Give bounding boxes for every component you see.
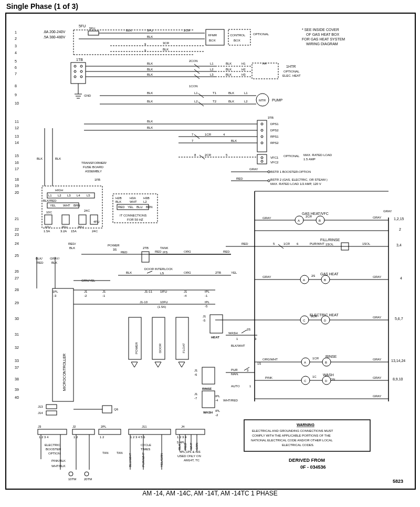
svg-text:TANK: TANK	[160, 246, 169, 250]
svg-text:MAX. RATED LOAD 1/2 AMP, 120 V: MAX. RATED LOAD 1/2 AMP, 120 V	[270, 182, 321, 185]
svg-rect-191	[79, 215, 86, 224]
svg-text:GRAY: GRAY	[249, 168, 258, 171]
svg-point-131	[261, 129, 263, 131]
svg-rect-70	[71, 63, 86, 84]
svg-text:J13: J13	[38, 405, 43, 408]
svg-text:WHT: WHT	[130, 200, 137, 203]
svg-text:L2: L2	[58, 194, 61, 197]
svg-text:A: A	[298, 219, 300, 222]
svg-point-157	[261, 160, 263, 162]
svg-text:BLK: BLK	[147, 120, 153, 123]
svg-text:12: 12	[15, 126, 19, 130]
svg-text:PINK: PINK	[265, 376, 272, 379]
svg-text:ORG: ORG	[184, 271, 191, 274]
svg-text:T2: T2	[213, 100, 217, 103]
svg-text:1CR: 1CR	[284, 242, 290, 245]
svg-text:14: 14	[15, 141, 19, 144]
svg-text:BLK: BLK	[147, 68, 153, 71]
svg-text:ORG: ORG	[184, 250, 191, 253]
svg-text:WASH: WASH	[228, 332, 238, 335]
fuse-spec: 5FU	[79, 24, 86, 28]
svg-text:L5: L5	[87, 194, 90, 197]
svg-text:MICROCONTROLLER: MICROCONTROLLER	[62, 354, 66, 391]
svg-text:1: 1	[236, 337, 238, 340]
control-box	[228, 29, 250, 45]
svg-text:J3: J3	[38, 425, 41, 428]
svg-text:WARNING: WARNING	[297, 423, 314, 427]
svg-text:J1: J1	[184, 290, 187, 293]
svg-text:J1: J1	[194, 369, 198, 372]
svg-text:3FU: 3FU	[78, 225, 83, 229]
svg-text:L1: L1	[48, 194, 52, 197]
svg-text:2S: 2S	[247, 328, 250, 331]
svg-text:RPS2: RPS2	[270, 141, 279, 144]
svg-text:BRN: BRN	[74, 204, 80, 207]
svg-text:RED: RED	[223, 250, 230, 253]
upper-fuse-section: 5FU 5FUBLK BLK 3CR9 BLK9 2CR	[74, 27, 205, 55]
svg-text:1CR: 1CR	[205, 133, 212, 136]
svg-text:B: B	[324, 278, 326, 282]
svg-text:BLK: BLK	[69, 246, 75, 250]
svg-text:2TB: 2TB	[215, 271, 221, 274]
svg-text:BOOSTER: BOOSTER	[46, 448, 61, 451]
svg-text:DOOR: DOOR	[159, 343, 162, 353]
svg-text:LS: LS	[160, 272, 164, 275]
svg-text:WHT/BLK: WHT/BLK	[51, 464, 66, 468]
svg-text:GAS HEAT: GAS HEAT	[320, 272, 339, 276]
xfmr-box	[206, 29, 224, 45]
svg-text:L1: L1	[194, 91, 198, 95]
svg-point-218	[268, 180, 270, 182]
svg-text:IPL: IPL	[215, 395, 220, 398]
svg-text:HIGH: HIGH	[55, 189, 63, 192]
svg-text:BSTR 2 (GAS, ELECTRIC, OR STEA: BSTR 2 (GAS, ELECTRIC, OR STEAM )	[270, 178, 328, 181]
svg-text:BLK: BLK	[37, 157, 43, 160]
svg-text:5: 5	[273, 242, 275, 245]
svg-text:1S: 1S	[257, 362, 261, 365]
svg-text:USED ONLY ON: USED ONLY ON	[177, 454, 201, 458]
svg-text:RED: RED	[121, 251, 128, 254]
svg-text:J1-10: J1-10	[140, 301, 148, 304]
svg-text:RED: RED	[118, 205, 125, 209]
svg-text:YEL: YEL	[50, 204, 56, 207]
svg-rect-378	[72, 429, 94, 434]
svg-text:-3: -3	[54, 294, 57, 297]
svg-text:5FU: 5FU	[89, 27, 95, 30]
svg-text:3: 3	[15, 44, 17, 48]
svg-text:MAN.: MAN.	[231, 373, 239, 376]
svg-text:2FU: 2FU	[61, 225, 67, 229]
svg-rect-380	[99, 429, 121, 434]
svg-text:FOR GAS HEAT SYSTEM: FOR GAS HEAT SYSTEM	[302, 37, 345, 41]
svg-text:2: 2	[15, 37, 17, 40]
svg-text:AM14T, TC: AM14T, TC	[184, 459, 200, 462]
svg-text:2S: 2S	[311, 274, 315, 277]
svg-rect-188	[62, 215, 69, 224]
drawing-number: 5823	[393, 479, 403, 484]
svg-text:23: 23	[15, 233, 19, 236]
svg-text:H3A: H3A	[130, 196, 136, 200]
svg-text:3.2A: 3.2A	[60, 230, 67, 233]
svg-text:RED: RED	[37, 261, 44, 264]
svg-text:-4: -4	[184, 294, 187, 297]
svg-text:1: 1	[249, 385, 251, 388]
svg-rect-327	[202, 391, 215, 408]
svg-text:2CR: 2CR	[184, 29, 191, 32]
svg-text:GRAY: GRAY	[373, 275, 382, 278]
svg-text:BLK/WHT: BLK/WHT	[231, 344, 245, 347]
svg-text:3S: 3S	[113, 248, 117, 251]
svg-text:AUTO: AUTO	[231, 385, 240, 388]
row-ref: 1,2,15	[394, 217, 404, 221]
svg-text:0F - 034536: 0F - 034536	[300, 464, 326, 470]
svg-text:L2: L2	[244, 100, 248, 103]
svg-text:11: 11	[15, 120, 19, 123]
svg-text:13,14,24: 13,14,24	[391, 359, 405, 363]
svg-text:24C: 24C	[84, 209, 90, 212]
svg-text:ORG/WHT: ORG/WHT	[262, 358, 278, 361]
svg-text:7: 7	[192, 139, 194, 142]
note-see-inside: * SEE INSIDE COVER	[302, 28, 339, 32]
svg-text:32: 32	[15, 346, 19, 349]
svg-text:BLK: BLK	[147, 35, 153, 38]
svg-text:OPTION: OPTION	[48, 452, 60, 455]
svg-text:2CR: 2CR	[205, 153, 212, 157]
svg-text:PUMP: PUMP	[272, 98, 283, 102]
svg-text:BLK: BLK	[147, 91, 153, 95]
